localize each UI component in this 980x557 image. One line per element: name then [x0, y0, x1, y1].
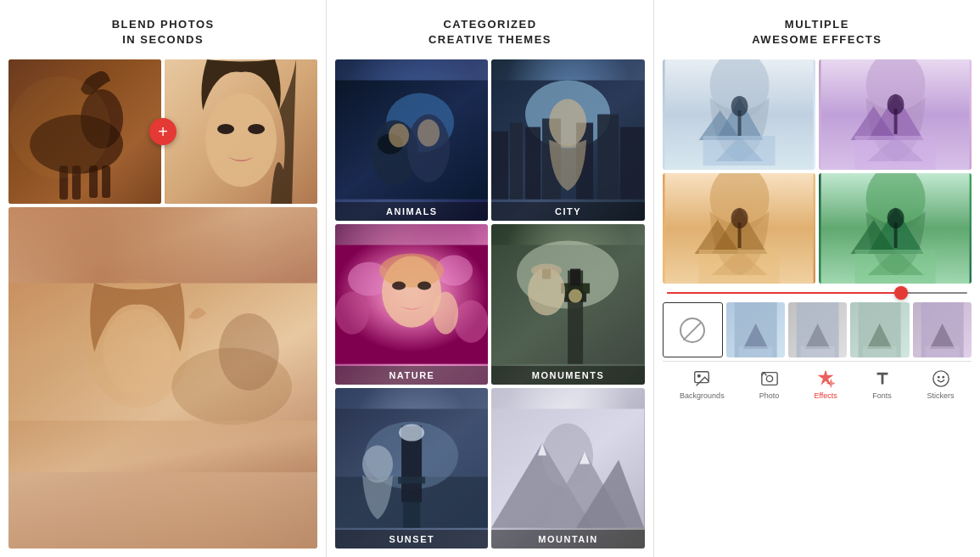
toolbar-fonts[interactable]: Fonts — [872, 369, 893, 400]
svg-rect-17 — [8, 421, 317, 473]
themes-title: CATEGORIZED CREATIVE THEMES — [428, 17, 552, 48]
svg-rect-50 — [571, 268, 581, 285]
effects-section: MULTIPLE AWESOME EFFECTS — [654, 0, 980, 557]
stickers-label: Stickers — [927, 391, 955, 400]
svg-point-61 — [362, 445, 393, 482]
toolbar-photo[interactable]: Photo — [759, 369, 780, 400]
blend-top-row: + — [8, 59, 317, 204]
horse-image[interactable] — [8, 59, 161, 204]
themes-section: CATEGORIZED CREATIVE THEMES — [327, 0, 653, 557]
blend-section: BLEND PHOTOS IN SECONDS — [0, 0, 327, 557]
animals-label: ANIMALS — [335, 202, 488, 221]
theme-sunset[interactable]: SUNSET — [335, 388, 488, 549]
backgrounds-label: Backgrounds — [680, 391, 725, 400]
monuments-label: MONUMENTS — [491, 366, 644, 385]
svg-rect-28 — [511, 123, 524, 200]
svg-rect-107 — [801, 346, 835, 357]
effect-item-3[interactable] — [663, 173, 815, 284]
blend-container: + — [8, 59, 317, 549]
svg-point-11 — [248, 124, 265, 134]
stickers-icon — [931, 369, 951, 389]
svg-point-41 — [379, 253, 444, 287]
effect-slider-fill — [667, 292, 901, 294]
effects-toolbar: Backgrounds Photo Effects — [663, 361, 972, 403]
effect-thumb-3[interactable] — [788, 302, 847, 357]
add-photo-button[interactable]: + — [149, 118, 176, 145]
effects-label: Effects — [814, 391, 837, 400]
svg-point-51 — [569, 289, 583, 302]
svg-point-77 — [731, 96, 748, 116]
svg-rect-27 — [491, 132, 508, 200]
effects-grid — [663, 59, 972, 284]
svg-point-23 — [389, 124, 409, 148]
effect-thumbnails-row — [663, 302, 972, 357]
svg-point-101 — [887, 208, 904, 228]
no-effect-icon — [680, 318, 705, 343]
theme-animals[interactable]: ANIMALS — [335, 59, 488, 220]
nature-label: NATURE — [335, 366, 488, 385]
fonts-label: Fonts — [872, 391, 892, 400]
mountain-label: MOUNTAIN — [491, 530, 644, 549]
effect-item-2[interactable] — [819, 59, 972, 170]
effect-slider-thumb[interactable] — [894, 286, 908, 300]
themes-grid: ANIMALS — [335, 59, 644, 549]
effect-slider-container — [663, 284, 972, 302]
effect-slider-track[interactable] — [667, 292, 967, 294]
svg-rect-6 — [102, 166, 110, 198]
blend-title: BLEND PHOTOS IN SECONDS — [112, 17, 215, 48]
svg-rect-113 — [925, 346, 959, 357]
svg-point-118 — [932, 371, 948, 386]
no-effect-thumb[interactable] — [663, 302, 723, 357]
effect-thumb-2[interactable] — [726, 302, 785, 357]
svg-point-39 — [454, 300, 488, 342]
photo-label: Photo — [759, 391, 780, 400]
svg-point-43 — [417, 281, 431, 290]
svg-rect-59 — [398, 476, 425, 483]
svg-point-16 — [219, 313, 279, 391]
svg-point-42 — [392, 281, 406, 290]
svg-rect-54 — [543, 268, 552, 278]
svg-point-14 — [103, 309, 171, 395]
svg-rect-110 — [863, 346, 897, 357]
svg-point-93 — [731, 208, 748, 228]
svg-point-34 — [550, 99, 587, 147]
photo-icon — [759, 369, 780, 389]
toolbar-stickers[interactable]: Stickers — [927, 369, 955, 400]
backgrounds-icon — [692, 369, 712, 389]
svg-rect-62 — [403, 500, 420, 527]
blend-result-image[interactable] — [8, 207, 317, 549]
svg-point-9 — [205, 93, 277, 187]
svg-rect-33 — [621, 127, 645, 200]
svg-point-60 — [399, 424, 424, 441]
effects-icon — [815, 369, 836, 389]
svg-point-7 — [8, 76, 110, 178]
svg-point-119 — [937, 376, 939, 379]
toolbar-effects[interactable]: Effects — [814, 369, 837, 400]
svg-point-117 — [766, 376, 772, 382]
fonts-icon — [872, 369, 893, 389]
sunset-label: SUNSET — [335, 530, 488, 549]
effect-item-1[interactable] — [663, 59, 815, 170]
toolbar-backgrounds[interactable]: Backgrounds — [680, 369, 725, 400]
svg-point-120 — [942, 376, 944, 379]
svg-rect-116 — [761, 373, 776, 385]
svg-rect-32 — [598, 115, 619, 200]
svg-point-10 — [217, 124, 234, 134]
svg-rect-104 — [739, 346, 773, 357]
theme-nature[interactable]: NATURE — [335, 224, 488, 385]
svg-rect-5 — [89, 166, 98, 198]
svg-point-15 — [171, 348, 292, 425]
effect-item-4[interactable] — [819, 173, 972, 284]
svg-point-24 — [417, 120, 440, 147]
effect-thumb-4[interactable] — [850, 302, 909, 357]
theme-city[interactable]: CITY — [491, 59, 644, 220]
svg-point-44 — [433, 291, 458, 334]
city-label: CITY — [491, 202, 644, 221]
woman-portrait-image[interactable] — [165, 59, 317, 204]
effect-thumb-5[interactable] — [913, 302, 972, 357]
svg-rect-29 — [526, 127, 541, 200]
theme-mountain[interactable]: MOUNTAIN — [491, 388, 644, 549]
svg-point-38 — [335, 291, 369, 334]
theme-monuments[interactable]: MONUMENTS — [491, 224, 644, 385]
svg-point-85 — [887, 94, 904, 115]
